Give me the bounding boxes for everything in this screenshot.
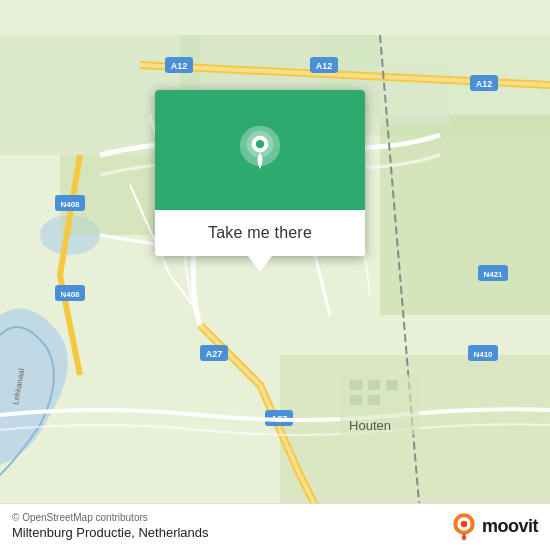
svg-rect-32: [350, 395, 362, 405]
take-me-there-button[interactable]: Take me there: [155, 210, 365, 256]
bottom-bar: © OpenStreetMap contributors Miltenburg …: [0, 503, 550, 550]
moovit-brand-text: moovit: [482, 516, 538, 537]
svg-rect-31: [386, 380, 398, 390]
map-svg: Lekkanaal A12 A12 A12 N408 N408: [0, 0, 550, 550]
moovit-logo: moovit: [450, 512, 538, 540]
svg-text:A12: A12: [476, 79, 493, 89]
map-container: Lekkanaal A12 A12 A12 N408 N408: [0, 0, 550, 550]
svg-rect-30: [368, 380, 380, 390]
svg-rect-33: [368, 395, 380, 405]
svg-text:A12: A12: [316, 61, 333, 71]
svg-point-41: [461, 521, 468, 528]
svg-text:N421: N421: [483, 270, 503, 279]
location-pin-icon: [234, 124, 286, 176]
svg-text:Houten: Houten: [349, 418, 391, 433]
svg-rect-29: [350, 380, 362, 390]
svg-text:N408: N408: [60, 290, 80, 299]
popup-green-header: [155, 90, 365, 210]
svg-text:N408: N408: [60, 200, 80, 209]
svg-point-38: [256, 140, 264, 148]
popup-card: Take me there: [155, 90, 365, 256]
svg-text:A12: A12: [171, 61, 188, 71]
svg-text:N410: N410: [473, 350, 493, 359]
svg-text:A27: A27: [206, 349, 223, 359]
moovit-icon: [450, 512, 478, 540]
